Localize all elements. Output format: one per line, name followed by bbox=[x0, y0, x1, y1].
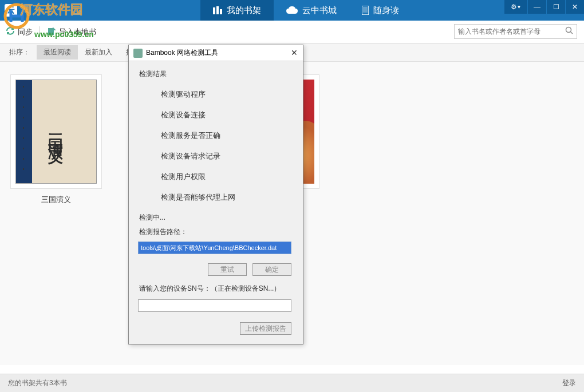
sn-input[interactable] bbox=[138, 299, 291, 312]
dialog-icon bbox=[133, 49, 143, 58]
check-item: 检测设备请求记录 bbox=[161, 151, 294, 161]
search-icon[interactable] bbox=[565, 26, 573, 37]
chevron-down-icon: ▼ bbox=[517, 5, 522, 10]
window-controls: ⚙ ▼ — ☐ ✕ bbox=[504, 0, 584, 14]
path-label: 检测报告路径： bbox=[139, 227, 293, 237]
maximize-button[interactable]: ☐ bbox=[547, 0, 565, 14]
check-item: 检测驱动程序 bbox=[161, 89, 294, 100]
tab-shelf-label: 我的书架 bbox=[227, 5, 261, 16]
svg-rect-2 bbox=[220, 9, 222, 14]
sn-label: 请输入您的设备SN号：（正在检测设备SN...） bbox=[139, 284, 293, 294]
dialog-buttons: 重试 确定 bbox=[140, 263, 291, 276]
titlebar: 云 我的书架 云中书城 随身读 ⚙ ▼ — ☐ ✕ bbox=[0, 0, 584, 21]
path-input[interactable] bbox=[138, 241, 291, 254]
minimize-icon: — bbox=[534, 3, 540, 11]
dialog-body: 检测结果 检测驱动程序 检测设备连接 检测服务是否正确 检测设备请求记录 检测用… bbox=[129, 61, 303, 340]
maximize-icon: ☐ bbox=[553, 3, 559, 11]
svg-line-8 bbox=[571, 32, 573, 34]
main-tabs: 我的书架 云中书城 随身读 bbox=[200, 0, 412, 21]
check-item: 检测设备连接 bbox=[161, 110, 294, 120]
svg-point-7 bbox=[566, 27, 571, 33]
tab-portable[interactable]: 随身读 bbox=[349, 0, 412, 21]
settings-button[interactable]: ⚙ ▼ bbox=[504, 0, 527, 14]
bars-icon bbox=[213, 6, 222, 14]
watermark-url: www.pc0359.cn bbox=[34, 30, 94, 39]
watermark-text: 河东软件园 bbox=[20, 1, 83, 18]
search-box bbox=[454, 24, 577, 39]
search-input[interactable] bbox=[458, 27, 565, 35]
sort-label: 排序： bbox=[9, 47, 30, 57]
upload-row: 上传检测报告 bbox=[138, 322, 291, 335]
retry-button[interactable]: 重试 bbox=[208, 263, 247, 276]
tab-portable-label: 随身读 bbox=[373, 5, 399, 16]
minimize-button[interactable]: — bbox=[528, 0, 546, 14]
close-icon: ✕ bbox=[572, 3, 578, 11]
dialog-close-button[interactable]: ✕ bbox=[289, 48, 299, 58]
statusbar: 您的书架共有3本书 登录 bbox=[0, 374, 584, 392]
device-icon bbox=[362, 6, 369, 15]
check-item: 检测是否能够代理上网 bbox=[161, 192, 294, 203]
tab-shelf[interactable]: 我的书架 bbox=[200, 0, 274, 21]
check-list: 检测驱动程序 检测设备连接 检测服务是否正确 检测设备请求记录 检测用户权限 检… bbox=[161, 89, 294, 203]
checking-status: 检测中... bbox=[139, 213, 293, 223]
cloud-icon bbox=[286, 6, 298, 14]
svg-rect-4 bbox=[363, 7, 368, 13]
upload-button[interactable]: 上传检测报告 bbox=[240, 322, 291, 335]
tab-cloud[interactable]: 云中书城 bbox=[274, 0, 349, 21]
close-icon: ✕ bbox=[291, 48, 298, 57]
book-item[interactable]: 三国演义 三国演义 bbox=[10, 74, 102, 353]
login-link[interactable]: 登录 bbox=[562, 378, 576, 388]
gear-icon: ⚙ bbox=[511, 3, 517, 11]
tab-cloud-label: 云中书城 bbox=[302, 5, 337, 16]
book-cover: 三国演义 bbox=[10, 74, 102, 189]
book-title: 三国演义 bbox=[10, 195, 102, 205]
dialog-titlebar[interactable]: Bambook 网络检测工具 ✕ bbox=[129, 45, 303, 61]
svg-rect-1 bbox=[216, 6, 219, 14]
book-cover-image: 三国演义 bbox=[15, 80, 97, 184]
sort-recent[interactable]: 最近阅读 bbox=[37, 45, 78, 60]
network-check-dialog: Bambook 网络检测工具 ✕ 检测结果 检测驱动程序 检测设备连接 检测服务… bbox=[128, 45, 303, 345]
check-item: 检测用户权限 bbox=[161, 172, 294, 182]
sort-newest[interactable]: 最新加入 bbox=[78, 45, 119, 60]
result-label: 检测结果 bbox=[139, 69, 294, 79]
dialog-title-text: Bambook 网络检测工具 bbox=[146, 48, 218, 58]
close-button[interactable]: ✕ bbox=[566, 0, 584, 14]
svg-rect-0 bbox=[213, 7, 215, 14]
ok-button[interactable]: 确定 bbox=[252, 263, 291, 276]
check-item: 检测服务是否正确 bbox=[161, 130, 294, 141]
status-count: 您的书架共有3本书 bbox=[8, 378, 67, 388]
